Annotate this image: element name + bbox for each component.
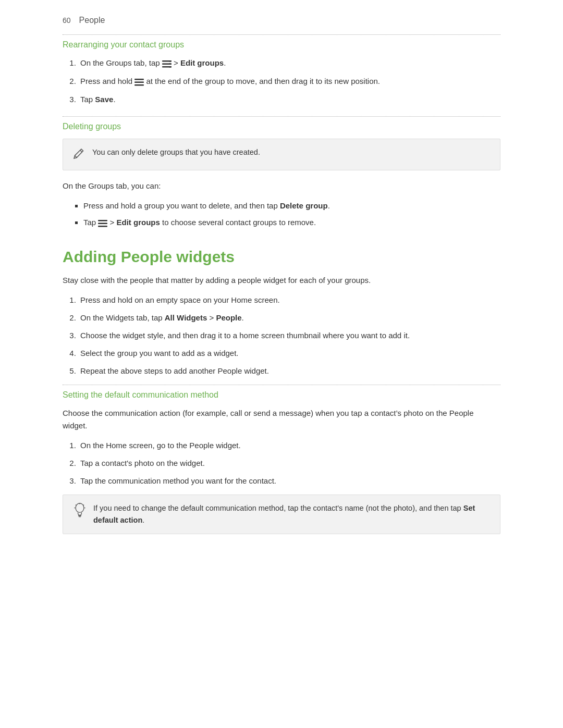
step-text: > Edit groups. xyxy=(174,58,226,67)
list-item: Press and hold on an empty space on your… xyxy=(78,294,500,306)
svg-line-17 xyxy=(83,505,84,505)
svg-rect-6 xyxy=(134,79,144,80)
section-heading-rearranging: Rearranging your contact groups xyxy=(63,40,500,50)
tip-box: If you need to change the default commun… xyxy=(63,495,500,534)
page-header: 60 People xyxy=(63,16,500,25)
section-adding-widgets: Adding People widgets Stay close with th… xyxy=(63,248,500,377)
list-item: On the Groups tab, tap > Edit groups. xyxy=(78,57,500,70)
list-item: Tap Save. xyxy=(78,93,500,106)
step-text: On the Home screen, go to the People wid… xyxy=(80,441,241,450)
page-number: 60 xyxy=(63,16,71,24)
step-text: Repeat the above steps to add another Pe… xyxy=(80,366,269,375)
step-text: Tap a contact's photo on the widget. xyxy=(80,459,205,467)
step-text: On the Widgets tab, tap All Widgets > Pe… xyxy=(80,313,244,322)
svg-rect-5 xyxy=(169,66,172,68)
step-text: Tap Save. xyxy=(80,95,116,104)
svg-rect-11 xyxy=(98,226,107,227)
bold-text: Set default action xyxy=(93,504,475,524)
section-setting-default: Setting the default communication method… xyxy=(63,390,500,534)
svg-rect-13 xyxy=(78,515,81,516)
section-heading-setting-default: Setting the default communication method xyxy=(63,390,500,400)
list-item: Repeat the above steps to add another Pe… xyxy=(78,365,500,377)
bold-text: Edit groups xyxy=(116,218,160,227)
svg-rect-7 xyxy=(134,82,144,83)
svg-rect-8 xyxy=(134,84,144,86)
menu-icon-3 xyxy=(98,217,107,229)
list-item: Press and hold at the end of the group t… xyxy=(78,75,500,88)
list-item: On the Home screen, go to the People wid… xyxy=(78,439,500,452)
divider-rearranging xyxy=(63,34,500,35)
step-text: at the end of the group to move, and the… xyxy=(146,77,380,85)
bold-text: All Widgets xyxy=(165,313,207,322)
step-text: Tap the communication method you want fo… xyxy=(80,476,276,485)
rearranging-steps: On the Groups tab, tap > Edit groups. Pr… xyxy=(78,57,500,106)
default-steps: On the Home screen, go to the People wid… xyxy=(78,439,500,487)
list-item: Choose the widget style, and then drag i… xyxy=(78,329,500,342)
bold-text: People xyxy=(216,313,241,322)
list-item: Press and hold a group you want to delet… xyxy=(83,200,500,212)
deleting-bullets: Press and hold a group you want to delet… xyxy=(83,200,500,229)
step-text: Select the group you want to add as a wi… xyxy=(80,349,239,357)
bullet-text: Press and hold a group you want to delet… xyxy=(83,201,330,210)
section-heading-adding-widgets: Adding People widgets xyxy=(63,248,500,266)
step-text: Press and hold on an empty space on your… xyxy=(80,295,280,304)
tip-text: If you need to change the default commun… xyxy=(93,502,491,526)
menu-icon-2 xyxy=(134,76,144,88)
list-item: Tap a contact's photo on the widget. xyxy=(78,457,500,470)
page: 60 People Rearranging your contact group… xyxy=(0,0,563,728)
list-item: Tap > Edit groups to choose several cont… xyxy=(83,216,500,229)
svg-rect-3 xyxy=(169,60,172,62)
note-text: You can only delete groups that you have… xyxy=(92,146,260,158)
bullet-text: > Edit groups to choose several contact … xyxy=(110,218,316,227)
menu-icon xyxy=(162,57,172,70)
page-title: People xyxy=(79,16,105,25)
svg-point-12 xyxy=(76,503,84,513)
note-box-pencil: You can only delete groups that you have… xyxy=(63,139,500,170)
bold-text: Save xyxy=(95,95,113,104)
widgets-steps: Press and hold on an empty space on your… xyxy=(78,294,500,377)
svg-rect-14 xyxy=(79,516,81,517)
bold-text: Delete group xyxy=(280,201,328,210)
bullet-text: Tap xyxy=(83,218,98,227)
section-heading-deleting: Deleting groups xyxy=(63,122,500,131)
body-intro-default: Choose the communication action (for exa… xyxy=(63,407,500,432)
section-deleting: Deleting groups You can only delete grou… xyxy=(63,122,500,229)
body-text-deleting: On the Groups tab, you can: xyxy=(63,180,500,192)
pencil-icon xyxy=(72,147,85,163)
step-text: Choose the widget style, and then drag i… xyxy=(80,331,410,340)
step-text: Press and hold xyxy=(80,77,134,85)
section-rearranging: Rearranging your contact groups On the G… xyxy=(63,40,500,106)
svg-rect-9 xyxy=(98,220,107,221)
svg-line-16 xyxy=(76,505,76,505)
list-item: Select the group you want to add as a wi… xyxy=(78,347,500,360)
step-text: On the Groups tab, tap xyxy=(80,58,162,67)
bold-text: Edit groups xyxy=(180,58,224,67)
svg-rect-4 xyxy=(169,64,172,65)
body-intro-widgets: Stay close with the people that matter b… xyxy=(63,274,500,287)
svg-rect-10 xyxy=(98,223,107,225)
list-item: Tap the communication method you want fo… xyxy=(78,475,500,487)
divider-setting-default xyxy=(63,385,500,385)
list-item: On the Widgets tab, tap All Widgets > Pe… xyxy=(78,312,500,324)
lightbulb-icon xyxy=(72,502,86,516)
divider-deleting xyxy=(63,116,500,117)
